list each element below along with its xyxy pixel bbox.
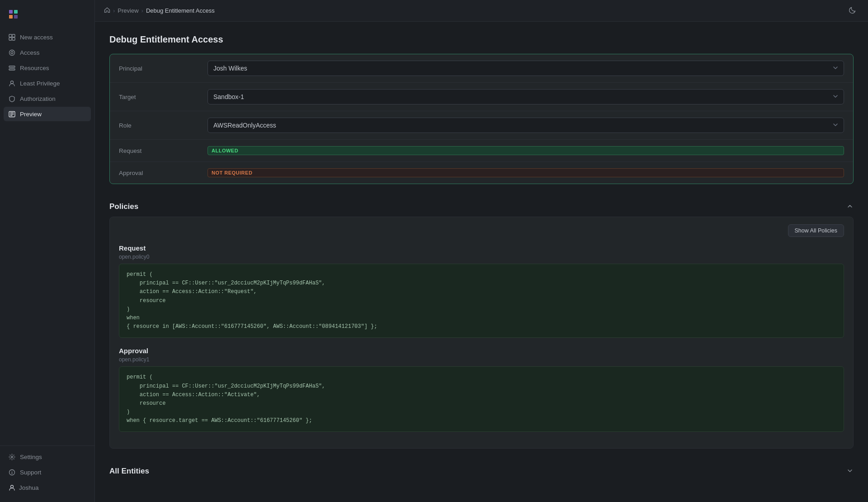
request-row: Request ALLOWED bbox=[110, 140, 853, 162]
approval-policy-title: Approval bbox=[119, 347, 844, 355]
svg-rect-1 bbox=[12, 34, 15, 37]
settings-icon bbox=[8, 453, 15, 460]
request-badge: ALLOWED bbox=[208, 146, 844, 155]
access-icon bbox=[8, 49, 15, 56]
sidebar-item-new-access[interactable]: New access bbox=[4, 30, 91, 44]
all-entities-expand-icon bbox=[846, 467, 854, 476]
all-entities-section-title: All Entities bbox=[109, 467, 149, 476]
request-policy-title: Request bbox=[119, 244, 844, 252]
theme-toggle-button[interactable] bbox=[846, 4, 859, 18]
sidebar-item-authorization[interactable]: Authorization bbox=[4, 91, 91, 106]
page-content: Debug Entitlement Access Principal Josh … bbox=[95, 22, 868, 502]
request-policy-code: permit ( principal == CF::User::"usr_2dc… bbox=[119, 264, 844, 338]
sidebar-item-resources-label: Resources bbox=[20, 65, 49, 71]
show-all-policies-button[interactable]: Show All Policies bbox=[788, 224, 844, 237]
logo-dot-purple2 bbox=[14, 15, 18, 19]
sidebar-item-settings-label: Settings bbox=[20, 454, 42, 460]
svg-point-12 bbox=[10, 485, 13, 488]
sidebar: New access Access Resources bbox=[0, 0, 95, 502]
all-entities-section: All Entities bbox=[109, 459, 854, 481]
sidebar-item-new-access-label: New access bbox=[20, 34, 53, 41]
logo-dot-teal bbox=[14, 10, 18, 14]
sidebar-item-resources[interactable]: Resources bbox=[4, 61, 91, 75]
target-chevron-icon bbox=[833, 93, 838, 100]
logo-dot-orange bbox=[9, 15, 13, 19]
svg-point-4 bbox=[9, 50, 14, 55]
topbar: › Preview › Debug Entitlement Access bbox=[95, 0, 868, 22]
policies-collapse-icon bbox=[846, 203, 854, 211]
svg-point-8 bbox=[10, 81, 13, 84]
principal-chevron-icon bbox=[833, 65, 838, 72]
all-entities-section-header[interactable]: All Entities bbox=[109, 459, 854, 481]
request-policy-block: Request open.policy0 permit ( principal … bbox=[119, 244, 844, 338]
principal-label: Principal bbox=[119, 65, 200, 72]
approval-policy-code: permit ( principal == CF::User::"usr_2dc… bbox=[119, 366, 844, 432]
user-name: Joshua bbox=[19, 484, 39, 491]
svg-rect-0 bbox=[9, 34, 12, 37]
main-area: › Preview › Debug Entitlement Access Deb… bbox=[95, 0, 868, 502]
svg-rect-7 bbox=[9, 69, 15, 70]
approval-row: Approval NOT REQUIRED bbox=[110, 162, 853, 184]
sidebar-item-least-privilege-label: Least Privilege bbox=[20, 80, 60, 87]
approval-label: Approval bbox=[119, 170, 200, 176]
policies-section-body: Show All Policies Request open.policy0 p… bbox=[109, 217, 854, 449]
target-value: Sandbox-1 bbox=[213, 93, 244, 100]
svg-rect-3 bbox=[12, 38, 15, 40]
svg-rect-2 bbox=[9, 38, 12, 40]
request-policy-name: open.policy0 bbox=[119, 254, 844, 260]
breadcrumb-sep-1: › bbox=[113, 7, 115, 14]
approval-policy-block: Approval open.policy1 permit ( principal… bbox=[119, 347, 844, 432]
principal-value: Josh Wilkes bbox=[213, 65, 247, 72]
approval-badge: NOT REQUIRED bbox=[208, 168, 844, 177]
user-profile[interactable]: Joshua bbox=[4, 480, 91, 495]
role-row: Role AWSReadOnlyAccess bbox=[110, 111, 853, 140]
principal-select[interactable]: Josh Wilkes bbox=[208, 61, 844, 76]
authorization-icon bbox=[8, 95, 15, 102]
policies-section: Policies Show All Policies Request open.… bbox=[109, 195, 854, 449]
home-icon[interactable] bbox=[104, 7, 110, 14]
sidebar-item-support[interactable]: Support bbox=[4, 465, 91, 479]
nav-items: New access Access Resources bbox=[0, 28, 94, 445]
app-logo bbox=[0, 4, 94, 28]
sidebar-item-preview[interactable]: Preview bbox=[4, 107, 91, 121]
sidebar-item-access[interactable]: Access bbox=[4, 45, 91, 60]
entitlement-form-card: Principal Josh Wilkes Target Sandbox-1 bbox=[109, 54, 854, 184]
svg-rect-6 bbox=[9, 66, 15, 67]
role-label: Role bbox=[119, 122, 200, 129]
policies-toolbar: Show All Policies bbox=[119, 224, 844, 237]
breadcrumb-preview[interactable]: Preview bbox=[118, 7, 138, 14]
sidebar-item-access-label: Access bbox=[20, 49, 40, 56]
nav-bottom: Settings Support Joshua bbox=[0, 445, 94, 498]
least-privilege-icon bbox=[8, 80, 15, 87]
request-label: Request bbox=[119, 147, 200, 154]
breadcrumb: › Preview › Debug Entitlement Access bbox=[104, 7, 215, 14]
svg-point-5 bbox=[11, 52, 13, 54]
role-chevron-icon bbox=[833, 122, 838, 129]
target-row: Target Sandbox-1 bbox=[110, 83, 853, 111]
approval-policy-name: open.policy1 bbox=[119, 356, 844, 363]
support-icon bbox=[8, 469, 15, 476]
page-title: Debug Entitlement Access bbox=[109, 34, 854, 45]
target-label: Target bbox=[119, 94, 200, 100]
breadcrumb-sep-2: › bbox=[142, 7, 143, 14]
role-value: AWSReadOnlyAccess bbox=[213, 122, 276, 129]
sidebar-item-least-privilege[interactable]: Least Privilege bbox=[4, 76, 91, 90]
policies-section-header[interactable]: Policies bbox=[109, 195, 854, 217]
role-select[interactable]: AWSReadOnlyAccess bbox=[208, 118, 844, 133]
sidebar-item-preview-label: Preview bbox=[20, 111, 42, 118]
sidebar-item-support-label: Support bbox=[20, 469, 41, 476]
preview-icon bbox=[8, 110, 15, 118]
policies-section-title: Policies bbox=[109, 202, 138, 211]
logo-dot-purple bbox=[9, 10, 13, 14]
user-icon bbox=[8, 484, 15, 491]
principal-row: Principal Josh Wilkes bbox=[110, 54, 853, 83]
target-select[interactable]: Sandbox-1 bbox=[208, 89, 844, 104]
sidebar-item-authorization-label: Authorization bbox=[20, 95, 56, 102]
breadcrumb-current: Debug Entitlement Access bbox=[146, 7, 215, 14]
logo-icon bbox=[7, 8, 20, 21]
new-access-icon bbox=[8, 33, 15, 41]
resources-icon bbox=[8, 64, 15, 71]
sidebar-item-settings[interactable]: Settings bbox=[4, 450, 91, 464]
svg-point-10 bbox=[11, 456, 13, 458]
